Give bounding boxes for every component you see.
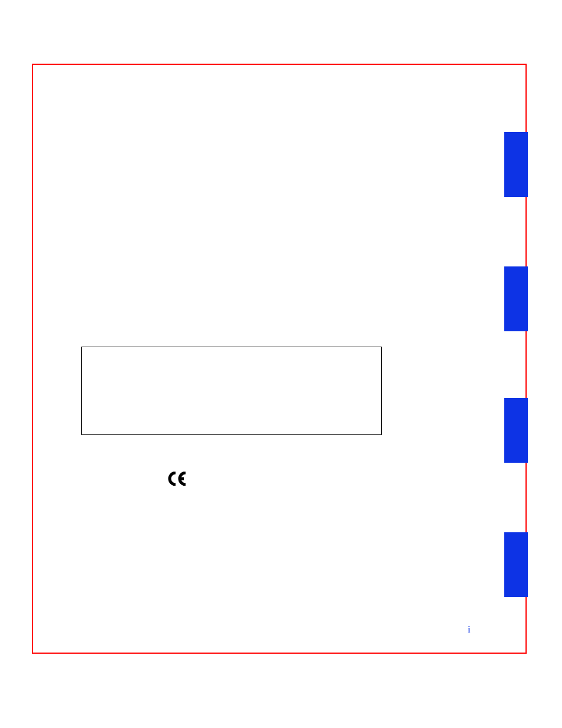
side-tab-3	[504, 398, 528, 463]
page-number: i	[468, 624, 470, 635]
content-box	[81, 347, 382, 435]
ce-mark-icon	[167, 472, 187, 486]
side-tab-1	[504, 132, 528, 197]
svg-rect-0	[178, 477, 184, 480]
side-tab-4	[504, 532, 528, 597]
side-tab-2	[504, 266, 528, 331]
